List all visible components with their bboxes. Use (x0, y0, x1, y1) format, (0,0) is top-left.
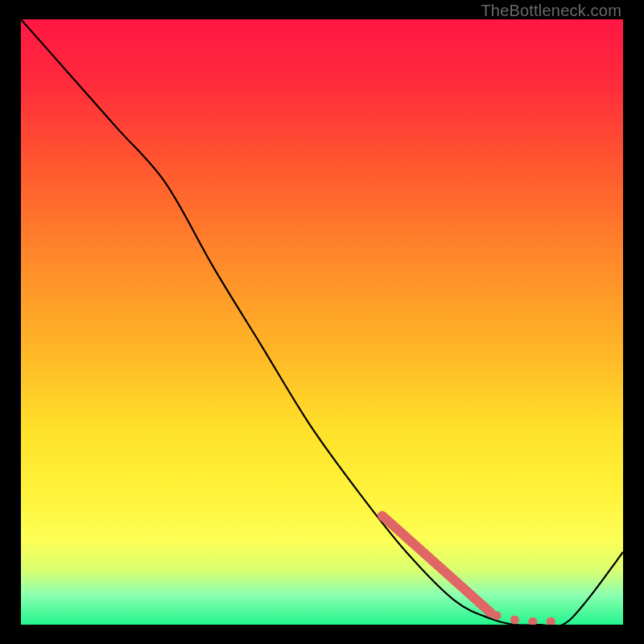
highlight-dot (510, 615, 519, 624)
chart-svg (21, 19, 623, 625)
watermark-text: TheBottleneck.com (481, 2, 621, 20)
chart-frame (21, 19, 623, 625)
gradient-background (21, 19, 623, 625)
highlight-dot (492, 611, 501, 620)
